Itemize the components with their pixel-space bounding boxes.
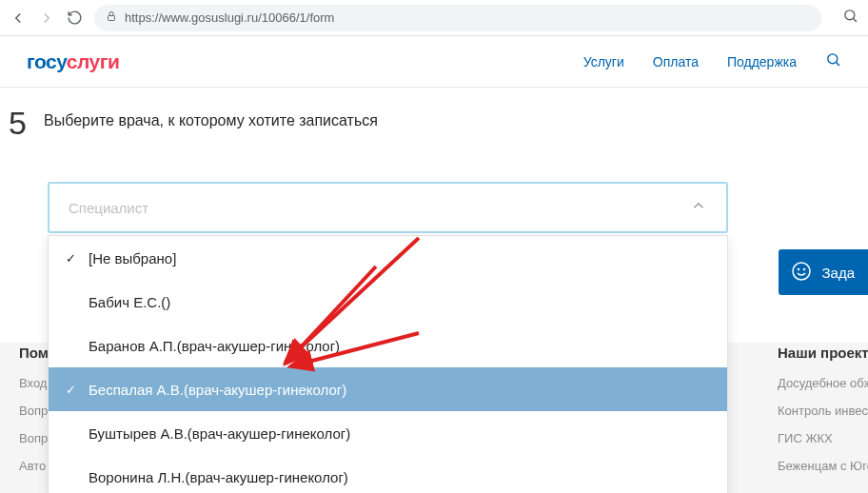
footer-link[interactable]: Авто: [19, 459, 49, 473]
nav-payment[interactable]: Оплата: [653, 54, 699, 69]
option-voronina[interactable]: Воронина Л.Н.(врач-акушер-гинеколог): [49, 455, 727, 493]
option-bespalaya[interactable]: ✓ Беспалая А.В.(врач-акушер-гинеколог): [49, 367, 727, 411]
footer-link[interactable]: Контроль инвестиц: [778, 404, 868, 418]
footer-link[interactable]: Досудебное обжал: [778, 376, 868, 390]
forward-button[interactable]: [38, 10, 55, 27]
reload-button[interactable]: [67, 10, 83, 26]
step-number: 5: [0, 105, 27, 142]
url-bar[interactable]: https://www.gosuslugi.ru/10066/1/form: [94, 5, 821, 31]
chat-label: Зада: [822, 265, 856, 281]
lock-icon: [106, 10, 117, 25]
svg-point-1: [845, 10, 855, 20]
nav-services[interactable]: Услуги: [583, 54, 624, 69]
svg-point-3: [828, 54, 838, 64]
chat-smiley-icon: [790, 260, 813, 286]
check-icon: ✓: [66, 383, 79, 397]
svg-line-2: [853, 18, 857, 22]
browser-search-icon[interactable]: [842, 8, 858, 28]
site-header: госуслуги Услуги Оплата Поддержка: [0, 36, 868, 88]
browser-toolbar: https://www.gosuslugi.ru/10066/1/form: [0, 0, 868, 36]
option-baranov[interactable]: Баранов А.П.(врач-акушер-гинеколог): [49, 324, 727, 367]
chat-button[interactable]: Зада: [779, 249, 869, 295]
footer-left-column: Пом Вход Вопр Вопр Авто: [19, 345, 49, 486]
footer-link[interactable]: Беженцам с Юго-В: [778, 459, 868, 473]
footer-right-title: Наши проекты: [778, 345, 868, 361]
step-title: Выберите врача, к которому хотите записа…: [44, 112, 378, 129]
option-bushtyrev[interactable]: Буштырев А.В.(врач-акушер-гинеколог): [49, 411, 727, 455]
footer-right-column: Наши проекты Досудебное обжал Контроль и…: [778, 345, 868, 486]
footer-left-title: Пом: [19, 345, 49, 361]
footer-link[interactable]: ГИС ЖКХ: [778, 431, 868, 445]
footer-link[interactable]: Вопр: [19, 404, 49, 418]
check-icon: ✓: [66, 251, 79, 266]
select-placeholder: Специалист: [69, 200, 148, 216]
svg-point-6: [798, 268, 799, 269]
footer-link[interactable]: Вопр: [19, 431, 49, 445]
search-icon[interactable]: [825, 51, 841, 71]
nav-links: Услуги Оплата Поддержка: [583, 51, 841, 71]
back-button[interactable]: [10, 10, 27, 27]
specialist-select[interactable]: Специалист: [48, 182, 728, 233]
chevron-up-icon: [690, 197, 707, 218]
option-babich[interactable]: Бабич Е.С.(): [49, 280, 727, 324]
nav-support[interactable]: Поддержка: [727, 54, 797, 69]
logo[interactable]: госуслуги: [27, 50, 119, 73]
svg-point-7: [803, 268, 804, 269]
svg-point-5: [793, 263, 810, 280]
footer-link[interactable]: Вход: [19, 376, 49, 390]
svg-line-4: [836, 62, 839, 66]
url-text: https://www.gosuslugi.ru/10066/1/form: [125, 10, 334, 25]
svg-rect-0: [108, 16, 115, 21]
specialist-dropdown: ✓ [Не выбрано] Бабич Е.С.() Баранов А.П.…: [48, 235, 728, 493]
option-none[interactable]: ✓ [Не выбрано]: [49, 236, 727, 280]
